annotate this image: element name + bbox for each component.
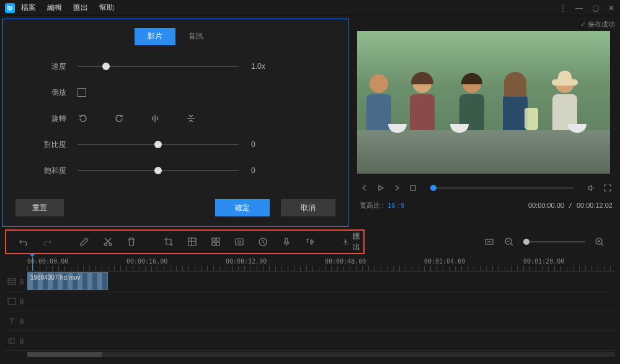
redo-icon[interactable] [42,236,52,247]
more-icon[interactable]: ⋮ [559,4,567,12]
time-tick: 00:01:20.00 [523,258,564,265]
timeline-toolbar: 匯出 [5,229,365,254]
time-tick: 00:00:16.00 [126,258,167,265]
rotate-label: 旋轉 [16,113,78,124]
menu-bar: ip 檔案 編輯 匯出 幫助 ⋮ — ▢ ✕ [0,0,620,16]
time-display: 00:00:00.00 / 00:00:12.02 [528,202,613,210]
flip-vertical-icon[interactable] [185,113,197,124]
zoom-out-icon[interactable] [503,236,515,247]
text-track[interactable] [27,311,615,331]
preview-panel: ✓ 保存成功 寬高比 : 16 : 9 [348,16,620,227]
volume-icon[interactable] [587,183,596,193]
svg-rect-18 [20,301,23,304]
video-track-head [5,277,27,286]
ok-button[interactable]: 確定 [215,199,270,216]
text-track-head [5,317,27,326]
svg-rect-19 [20,321,23,324]
svg-rect-17 [8,298,16,304]
menu-help[interactable]: 幫助 [99,2,114,13]
reverse-label: 倒放 [16,87,78,98]
svg-rect-4 [212,238,215,241]
speed-value: 1.0x [251,62,276,71]
mosaic-icon[interactable] [187,236,197,247]
stop-icon[interactable] [408,183,418,193]
video-track-2[interactable] [27,291,615,311]
undo-icon[interactable] [19,236,29,247]
tab-audio[interactable]: 音訊 [175,28,216,45]
duration-icon[interactable] [258,236,268,247]
maximize-icon[interactable]: ▢ [591,4,599,12]
tab-video[interactable]: 影片 [135,28,175,45]
contrast-slider[interactable] [78,144,239,145]
save-status: ✓ 保存成功 [357,20,615,31]
app-logo: ip [5,3,15,13]
svg-rect-0 [410,185,415,190]
rotate-ccw-icon[interactable] [78,113,89,124]
close-icon[interactable]: ✕ [608,4,615,12]
flip-horizontal-icon[interactable] [149,113,161,124]
svg-rect-3 [188,238,196,246]
prev-frame-icon[interactable] [360,183,370,193]
svg-rect-11 [285,238,288,243]
reset-button[interactable]: 重置 [16,199,64,216]
svg-point-9 [238,241,241,243]
svg-rect-20 [20,341,23,344]
time-ruler[interactable]: 00:00:00.0000:00:16.0000:00:32.0000:00:4… [27,257,615,272]
fit-icon[interactable] [484,236,495,247]
grid-icon[interactable] [211,236,221,247]
zoom-in-icon[interactable] [594,236,605,247]
preview-viewport [357,31,610,174]
aspect-ratio-value[interactable]: 16 : 9 [388,202,405,209]
aspect-ratio-label: 寬高比 : [360,201,384,210]
timeline: 00:00:00.0000:00:16.0000:00:32.0000:00:4… [0,257,620,357]
text-to-speech-icon[interactable] [305,236,315,247]
rotate-cw-icon[interactable] [113,113,125,124]
time-tick: 00:01:04.00 [424,258,465,265]
svg-point-2 [109,243,112,246]
svg-rect-15 [8,278,16,285]
freeze-frame-icon[interactable] [234,236,244,247]
video-track-2-head [5,297,27,306]
play-icon[interactable] [376,183,386,193]
video-track[interactable]: 19884307-hd.mov [27,272,615,291]
menu-file[interactable]: 檔案 [21,2,36,13]
timeline-scrollbar[interactable] [27,352,615,357]
saturation-label: 飽和度 [16,166,78,176]
speed-label: 速度 [16,61,78,72]
svg-point-1 [104,243,107,246]
preview-progress[interactable] [430,187,574,189]
svg-rect-5 [216,238,219,241]
svg-rect-8 [236,239,243,245]
export-button[interactable]: 匯出 [342,231,363,252]
svg-rect-7 [216,242,219,246]
speed-slider[interactable] [78,66,239,67]
voiceover-icon[interactable] [281,236,291,247]
zoom-slider[interactable] [523,241,585,242]
contrast-label: 對比度 [16,140,78,150]
audio-track-head [5,337,27,345]
audio-track[interactable] [27,331,615,350]
delete-icon[interactable] [126,236,136,247]
crop-icon[interactable] [164,236,174,247]
svg-rect-16 [20,282,23,284]
menu-export[interactable]: 匯出 [73,2,88,13]
saturation-value: 0 [251,166,276,175]
menu-edit[interactable]: 編輯 [47,2,62,13]
cancel-button[interactable]: 取消 [281,199,335,216]
svg-rect-6 [212,242,215,246]
edit-icon[interactable] [79,236,89,247]
time-tick: 00:00:32.00 [226,258,267,265]
fullscreen-icon[interactable] [603,183,613,193]
next-frame-icon[interactable] [392,183,402,193]
time-tick: 00:00:48.00 [325,258,366,265]
reverse-checkbox[interactable] [78,88,86,97]
cut-icon[interactable] [103,236,113,247]
edit-panel: 影片 音訊 速度 1.0x 倒放 旋轉 [2,19,348,227]
minimize-icon[interactable]: — [575,4,583,12]
contrast-value: 0 [251,140,276,149]
video-clip[interactable]: 19884307-hd.mov [27,272,108,290]
time-tick: 00:00:00.00 [27,258,68,265]
saturation-slider[interactable] [78,170,239,171]
